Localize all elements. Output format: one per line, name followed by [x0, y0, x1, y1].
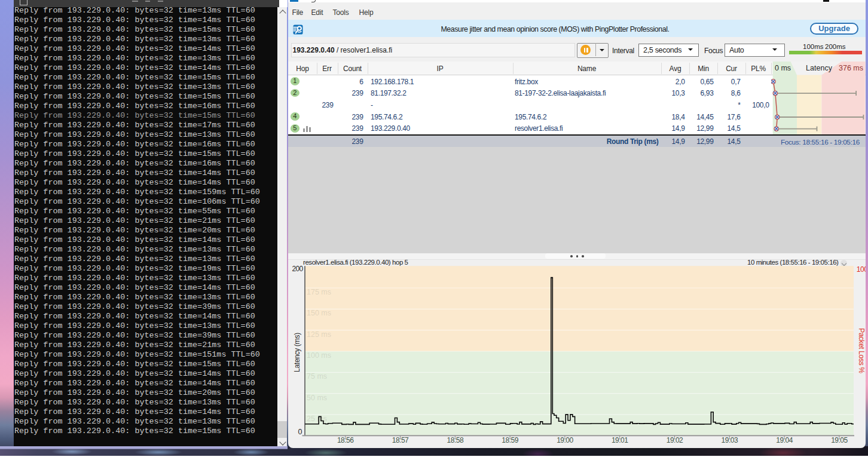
svg-text:Latency (ms): Latency (ms) [292, 333, 301, 372]
svg-text:150 ms: 150 ms [307, 309, 331, 317]
svg-text:18:58: 18:58 [447, 436, 463, 444]
svg-text:125 ms: 125 ms [307, 330, 331, 339]
svg-text:18:59: 18:59 [502, 436, 518, 444]
svg-text:19:05: 19:05 [831, 436, 848, 444]
svg-text:19:01: 19:01 [611, 436, 628, 444]
svg-text:19:03: 19:03 [721, 436, 738, 444]
svg-text:200: 200 [292, 266, 303, 273]
svg-text:0 ms: 0 ms [775, 64, 791, 72]
svg-text:19:04: 19:04 [776, 436, 793, 444]
svg-text:Packet Loss %: Packet Loss % [857, 328, 866, 373]
svg-text:100: 100 [856, 266, 866, 274]
svg-text:18:56: 18:56 [337, 436, 353, 444]
svg-text:376 ms: 376 ms [839, 64, 863, 72]
svg-text:25 ms: 25 ms [307, 415, 327, 423]
svg-text:100 ms: 100 ms [307, 351, 331, 360]
svg-text:75 ms: 75 ms [307, 372, 327, 381]
svg-text:19:02: 19:02 [666, 436, 683, 444]
svg-text:18:57: 18:57 [392, 436, 408, 444]
svg-text:175 ms: 175 ms [307, 288, 331, 296]
svg-text:19:00: 19:00 [557, 436, 573, 444]
svg-text:0: 0 [298, 428, 302, 436]
svg-text:50 ms: 50 ms [307, 394, 327, 402]
svg-text:Latency: Latency [806, 64, 833, 72]
